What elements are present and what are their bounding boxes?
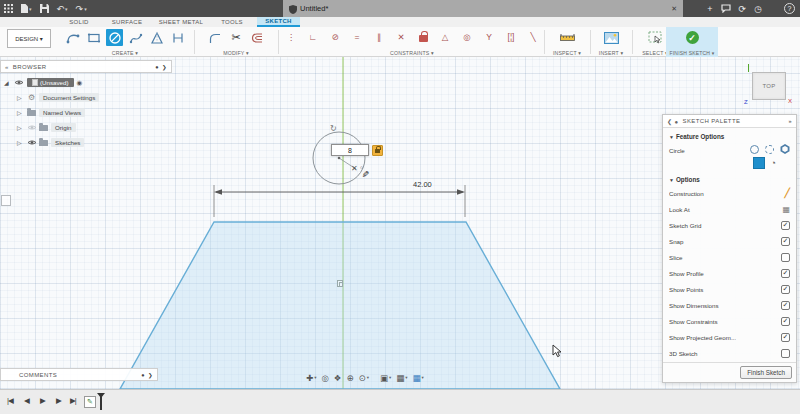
go-to-start-icon[interactable]: |◀ <box>7 396 13 405</box>
circle-center-point[interactable] <box>338 157 341 160</box>
new-tab-icon[interactable]: + <box>703 0 716 17</box>
offset-icon[interactable] <box>249 29 266 46</box>
symmetry-constraint-icon[interactable]: △ <box>436 33 454 42</box>
comments-header[interactable]: COMMENTS ●❯ <box>0 368 158 381</box>
step-back-icon[interactable]: ◀ <box>24 396 29 405</box>
zoom-window-icon[interactable]: ⊙▾ <box>359 374 369 383</box>
horizontal-vertical-constraint-icon[interactable]: ⋮ <box>282 33 300 42</box>
look-at-icon[interactable]: ▦ <box>782 205 790 214</box>
collinear-constraint-icon[interactable]: [¦] <box>502 33 520 42</box>
fillet-icon[interactable] <box>207 29 224 46</box>
display-settings-icon[interactable]: ▣▾ <box>380 374 391 383</box>
radius-dimension-input[interactable] <box>331 144 369 156</box>
panel-dock-arrow-icon[interactable]: ❯ <box>148 372 153 378</box>
feature-options-section[interactable]: ▼Feature Options <box>663 128 796 142</box>
cone-icon[interactable] <box>148 29 165 46</box>
zoom-icon[interactable]: ⊕ <box>346 374 353 383</box>
insert-group-label[interactable]: INSERT ▾ <box>592 50 630 56</box>
circle-tool-icon[interactable] <box>106 29 123 46</box>
curvature-constraint-icon[interactable]: ╲ <box>524 33 542 42</box>
checkbox-checked[interactable] <box>781 221 790 230</box>
job-status-icon[interactable]: ⟳ <box>735 0 751 17</box>
two-point-arc-icon[interactable] <box>64 29 81 46</box>
dimension-value-label[interactable]: 42.00 <box>413 180 432 189</box>
options-section[interactable]: ▼Options <box>663 171 796 185</box>
viewports-icon[interactable]: ▦▾ <box>413 374 424 383</box>
constraints-group-label[interactable]: CONSTRAINTS ▾ <box>282 50 542 56</box>
browser-item-sketches[interactable]: ▷Sketches <box>17 136 172 149</box>
trim-scissors-icon[interactable]: ✂ <box>228 29 245 46</box>
checkbox-unchecked[interactable] <box>781 253 790 262</box>
tab-surface[interactable]: SURFACE <box>104 17 150 27</box>
options-dot-icon[interactable]: ● <box>141 372 145 378</box>
collapse-chevrons-icon[interactable]: « <box>5 64 9 70</box>
document-tab[interactable]: Untitled* ✕ <box>283 0 683 17</box>
palette-dock-icon[interactable]: » <box>789 118 792 124</box>
rectangle-icon[interactable] <box>85 29 102 46</box>
parallel-constraint-icon[interactable]: ∥ <box>370 33 388 42</box>
checkbox-checked[interactable] <box>781 317 790 326</box>
fix-lock-constraint-icon[interactable] <box>414 32 432 44</box>
visibility-eye-icon[interactable] <box>26 124 38 131</box>
checkbox-checked[interactable] <box>781 237 790 246</box>
checkbox-checked[interactable] <box>781 269 790 278</box>
visibility-eye-icon[interactable] <box>13 79 25 86</box>
viewcube-top-face[interactable]: TOP <box>762 83 775 89</box>
sketch-palette-header[interactable]: ❮ ● SKETCH PALETTE » <box>663 115 796 128</box>
visibility-eye-icon[interactable] <box>26 139 38 146</box>
checkbox-unchecked[interactable] <box>781 349 790 358</box>
coincident-constraint-icon[interactable]: ✕ <box>392 33 410 42</box>
expand-arrow-icon[interactable]: ▷ <box>17 139 26 146</box>
pan-hand-icon[interactable]: ❖ <box>334 374 342 383</box>
insert-image-icon[interactable] <box>603 29 620 46</box>
browser-root-item[interactable]: ◢ (Unsaved) ◉ <box>4 76 172 89</box>
orbit-icon[interactable]: ◎ <box>321 374 328 383</box>
select-box-icon[interactable] <box>647 29 664 46</box>
tab-solid[interactable]: SOLID <box>60 17 98 27</box>
palette-collapse-icon[interactable]: ❮ ● <box>667 118 679 125</box>
viewcube[interactable]: TOP <box>752 72 786 100</box>
finish-sketch-palette-button[interactable]: Finish Sketch <box>740 366 792 379</box>
tangent-constraint-icon[interactable]: ⊘ <box>326 33 344 42</box>
midpoint-constraint-icon[interactable]: Y <box>480 33 498 42</box>
recent-clock-icon[interactable]: ◷ <box>750 0 766 17</box>
tab-tools[interactable]: TOOLS <box>212 17 252 27</box>
step-forward-icon[interactable]: ▶ <box>56 396 61 405</box>
redo-icon[interactable]: ↷▾ <box>72 0 91 17</box>
inspect-group-label[interactable]: INSPECT ▾ <box>546 50 588 56</box>
modify-group-label[interactable]: MODIFY ▾ <box>198 50 274 56</box>
checkbox-checked[interactable] <box>781 301 790 310</box>
comments-bubble-icon[interactable] <box>717 0 735 17</box>
spline-icon[interactable] <box>127 29 144 46</box>
browser-item-document-settings[interactable]: ▷⚙Document Settings <box>17 91 172 104</box>
options-dot-icon[interactable]: ● <box>155 64 159 70</box>
circle-dashed-icon[interactable] <box>765 145 774 154</box>
expand-arrow-icon[interactable]: ▷ <box>17 94 26 101</box>
tab-sketch[interactable]: SKETCH <box>257 17 300 27</box>
browser-header[interactable]: « BROWSER ●❯ <box>0 60 172 73</box>
expand-arrow-icon[interactable]: ▷ <box>17 124 26 131</box>
concentric-constraint-icon[interactable]: ◎ <box>458 33 476 42</box>
pan-icon[interactable]: ✚▾ <box>306 374 316 383</box>
undo-icon[interactable]: ↶▾ <box>53 0 72 17</box>
help-icon[interactable]: ? <box>784 3 795 14</box>
sketch-origin-marker[interactable] <box>337 280 343 287</box>
sketch-profile-trapezoid[interactable] <box>120 222 560 389</box>
create-group-label[interactable]: CREATE ▾ <box>58 50 192 56</box>
go-to-end-icon[interactable]: ▶| <box>70 396 76 405</box>
panel-dock-arrow-icon[interactable]: ❯ <box>162 64 167 70</box>
close-tab-icon[interactable]: ✕ <box>671 5 677 13</box>
browser-item-named-views[interactable]: ▷Named Views <box>17 106 172 119</box>
perpendicular-constraint-icon[interactable]: ∟ <box>304 33 322 42</box>
construction-icon[interactable]: ╱ <box>785 188 790 198</box>
design-workspace-button[interactable]: DESIGN ▾ <box>7 29 51 48</box>
sketch-dimension-icon[interactable] <box>169 29 186 46</box>
play-icon[interactable]: ▶ <box>40 396 45 405</box>
expanded-arrow-icon[interactable]: ◢ <box>4 79 13 86</box>
pie-circle-icon[interactable]: ◔ <box>771 159 776 168</box>
tab-sheet-metal[interactable]: SHEET METAL <box>150 17 212 27</box>
finish-sketch-button[interactable]: ✓ FINISH SKETCH ▾ <box>666 27 718 57</box>
app-grid-icon[interactable] <box>0 0 17 17</box>
save-icon[interactable] <box>36 0 53 17</box>
checkbox-checked[interactable] <box>781 333 790 342</box>
